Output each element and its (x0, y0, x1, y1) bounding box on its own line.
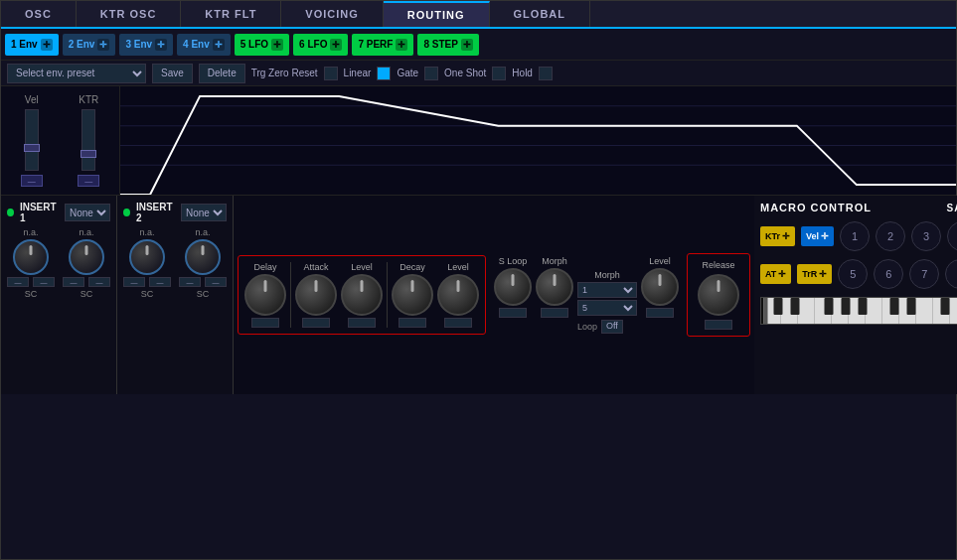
decay-knob[interactable] (392, 274, 433, 316)
tab-routing[interactable]: ROUTING (384, 1, 490, 27)
5lfo-cross-icon[interactable]: ✛ (271, 39, 283, 51)
macro-circle-4[interactable]: 4 (947, 221, 957, 251)
delay-knob[interactable] (244, 274, 286, 316)
insert-2-knob1[interactable] (129, 239, 165, 275)
macro-circle-3[interactable]: 3 (911, 221, 941, 251)
vel-slider[interactable] (25, 109, 39, 171)
vel-ktr-panel: Vel — KTR — (1, 86, 120, 195)
insert-1-btn2[interactable]: — (33, 277, 55, 287)
env-tab-7perf[interactable]: 7 PERF ✛ (352, 34, 413, 56)
4env-cross-icon[interactable]: ✛ (213, 39, 225, 51)
insert-1-knob1[interactable] (13, 239, 49, 275)
insert-1-select[interactable]: None (65, 204, 110, 221)
one-shot-checkbox[interactable] (492, 67, 506, 80)
morph1-knob[interactable] (536, 268, 573, 306)
insert-1-sc1: SC (25, 289, 38, 299)
insert-1-btn4[interactable]: — (88, 277, 110, 287)
8step-cross-icon[interactable]: ✛ (461, 39, 473, 51)
insert-1-knob2[interactable] (69, 239, 104, 275)
morph1-btn[interactable] (541, 308, 568, 318)
macro-vel-btn[interactable]: Vel ✛ (801, 226, 834, 246)
insert-2-knob2-label: n.a. (195, 227, 210, 237)
ktr-slider[interactable] (81, 109, 95, 171)
tab-ktr-flt[interactable]: KTR FLT (181, 1, 281, 27)
attack-level-label: Level (351, 262, 373, 272)
macro-circle-1[interactable]: 1 (840, 221, 870, 251)
svg-rect-25 (907, 298, 916, 315)
5lfo-label: 5 LFO (240, 39, 268, 50)
insert-2-btn1[interactable]: — (123, 277, 145, 287)
insert-2-knob2[interactable] (185, 239, 221, 275)
env-tab-5lfo[interactable]: 5 LFO ✛ (235, 34, 289, 56)
loop-off-btn[interactable]: Off (601, 320, 623, 334)
save-button[interactable]: Save (152, 64, 193, 83)
morph-select-1[interactable]: 1 (577, 282, 637, 298)
env-tab-3env[interactable]: 3 Env ✛ (119, 34, 173, 56)
attack-knob[interactable] (295, 274, 337, 316)
sloop-btn[interactable] (499, 308, 527, 318)
attack-level-btn[interactable] (348, 318, 376, 328)
piano-mini[interactable] (760, 297, 957, 325)
macro-circle-5[interactable]: 5 (838, 259, 868, 289)
ktr-bottom-btn[interactable]: — (78, 175, 99, 187)
gate-checkbox[interactable] (424, 67, 438, 80)
decay-btn[interactable] (399, 318, 426, 328)
morph-select-2[interactable]: 5 (577, 300, 637, 316)
trg-zero-reset-checkbox[interactable] (324, 67, 338, 80)
svg-rect-24 (890, 298, 899, 315)
macro-circle-6[interactable]: 6 (874, 259, 903, 289)
delete-button[interactable]: Delete (199, 64, 245, 83)
insert-2-btn4[interactable]: — (205, 277, 227, 287)
insert-2-select[interactable]: None (181, 204, 227, 221)
2env-cross-icon[interactable]: ✛ (97, 39, 109, 51)
vel-bottom-btn[interactable]: — (21, 175, 43, 187)
env-tab-1env[interactable]: 1 Env ✛ (5, 34, 59, 56)
piano-svg (761, 298, 957, 325)
morph-level-knob[interactable] (641, 268, 679, 306)
7perf-cross-icon[interactable]: ✛ (396, 39, 407, 51)
env-tab-8step[interactable]: 8 STEP ✛ (417, 34, 478, 56)
3env-cross-icon[interactable]: ✛ (155, 39, 167, 51)
insert-1-btn1[interactable]: — (7, 277, 29, 287)
insert-1-section: INSERT 1 None n.a. — — SC n.a. (1, 196, 117, 394)
macro-circle-2[interactable]: 2 (876, 221, 905, 251)
preset-select[interactable]: Select env. preset (7, 64, 146, 83)
insert-2-btn2[interactable]: — (149, 277, 171, 287)
insert-1-btn3[interactable]: — (63, 277, 84, 287)
macro-header: MACRO CONTROL SAVE MIDI (760, 202, 957, 213)
env-tab-2env[interactable]: 2 Env ✛ (63, 34, 116, 56)
env-tab-6lfo[interactable]: 6 LFO ✛ (293, 34, 348, 56)
macro-at-btn[interactable]: AT ✛ (760, 264, 791, 284)
1env-cross-icon[interactable]: ✛ (41, 39, 53, 51)
morph-level-btn[interactable] (646, 308, 674, 318)
sloop-knob[interactable] (494, 268, 532, 306)
tab-osc[interactable]: OSC (1, 1, 77, 27)
env-tab-4env[interactable]: 4 Env ✛ (177, 34, 231, 56)
insert-2-sc2: SC (197, 289, 210, 299)
tab-ktr-osc[interactable]: KTR OSC (77, 1, 182, 27)
morph1-knob-item: Morph (536, 256, 573, 318)
save-midi-button[interactable]: SAVE MIDI (947, 203, 957, 213)
linear-checkbox[interactable] (377, 67, 391, 80)
insert-1-knobs: n.a. — — SC n.a. — — SC (7, 227, 110, 299)
attack-btn[interactable] (302, 318, 330, 328)
release-knob[interactable] (698, 274, 739, 316)
6lfo-cross-icon[interactable]: ✛ (330, 39, 342, 51)
macro-circle-8[interactable]: 8 (945, 259, 957, 289)
at-cross-icon: ✛ (778, 269, 786, 279)
insert-2-btn3[interactable]: — (179, 277, 201, 287)
release-btn[interactable] (705, 320, 732, 330)
macro-trr-btn[interactable]: TrR ✛ (797, 264, 832, 284)
tab-global[interactable]: GLOBAL (490, 1, 590, 27)
insert-1-title: INSERT 1 (20, 202, 59, 223)
tab-voicing[interactable]: VOICING (281, 1, 383, 27)
bottom-panels: INSERT 1 None n.a. — — SC n.a. (1, 196, 956, 394)
decay-level-btn[interactable] (444, 318, 472, 328)
delay-btn[interactable] (251, 318, 279, 328)
macro-tag-row-1: KTr ✛ Vel ✛ 1 2 3 4 (760, 221, 957, 251)
macro-circle-7[interactable]: 7 (909, 259, 939, 289)
macro-ktr-btn[interactable]: KTr ✛ (760, 226, 795, 246)
hold-checkbox[interactable] (539, 67, 553, 80)
decay-level-knob[interactable] (437, 274, 479, 316)
attack-level-knob[interactable] (341, 274, 383, 316)
